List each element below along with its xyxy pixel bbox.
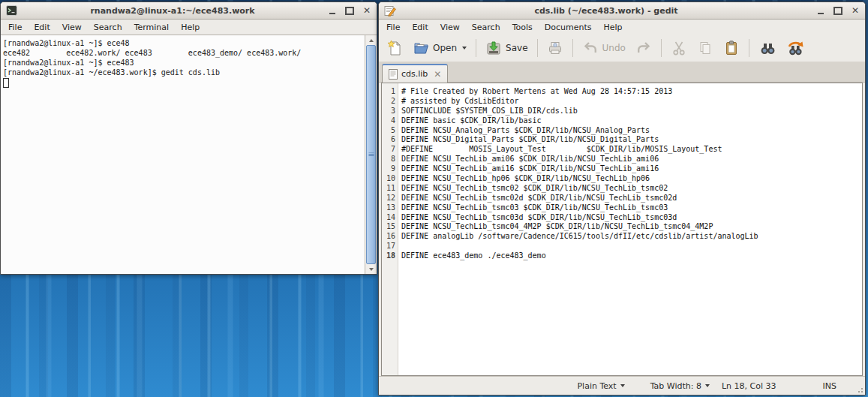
code-line: DEFINE NCSU_Digital_Parts $CDK_DIR/lib/N… xyxy=(401,135,862,145)
line-number-gutter: 123456789101112131415161718 xyxy=(382,83,398,375)
document-icon xyxy=(389,69,398,80)
text-content[interactable]: # File Created by Robert Mertens at Wed … xyxy=(398,83,862,375)
gedit-menu-item[interactable]: File xyxy=(380,21,406,34)
terminal-cursor xyxy=(3,78,9,88)
tab-close-icon[interactable]: ✕ xyxy=(434,69,441,80)
code-line: # File Created by Robert Mertens at Wed … xyxy=(401,87,862,97)
line-number: 13 xyxy=(385,203,395,213)
line-number: 7 xyxy=(385,145,395,155)
gedit-menubar: FileEditViewSearchToolsDocumentsHelp xyxy=(379,20,865,35)
redo-button[interactable] xyxy=(631,38,656,59)
line-number: 12 xyxy=(385,194,395,203)
code-line: DEFINE ece483_demo ./ece483_demo xyxy=(401,251,862,261)
terminal-menu-item[interactable]: Edit xyxy=(28,21,56,34)
chevron-down-icon xyxy=(705,384,710,387)
line-number: 16 xyxy=(385,232,395,242)
line-number: 14 xyxy=(385,213,395,223)
find-and-replace-icon xyxy=(786,40,804,56)
language-selector[interactable]: Plain Text xyxy=(577,381,624,391)
scrollbar-thumb[interactable] xyxy=(366,45,376,264)
find-button[interactable] xyxy=(754,38,781,59)
scroll-up-button[interactable] xyxy=(365,35,377,45)
code-line: DEFINE NCSU_TechLib_tsmc04_4M2P $CDK_DIR… xyxy=(401,222,862,232)
open-button[interactable]: Open xyxy=(408,38,471,59)
code-line xyxy=(401,242,862,251)
line-number: 6 xyxy=(385,135,395,145)
close-button[interactable]: ✕ xyxy=(851,5,860,16)
gedit-statusbar: Plain Text Tab Width: 8 Ln 18, Col 33 IN… xyxy=(379,376,865,395)
terminal-output: [rnandwa2@linux-a1 ~]$ ece48ece482 ece48… xyxy=(1,35,377,77)
code-line: DEFINE NCSU_TechLib_tsmc02 $CDK_DIR/lib/… xyxy=(401,184,862,194)
code-line: DEFINE analogLib /software/Cadence/IC615… xyxy=(401,232,862,242)
gedit-menu-item[interactable]: Search xyxy=(466,21,506,34)
gedit-toolbar: Open Save Undo xyxy=(379,35,865,62)
chevron-down-icon xyxy=(620,384,625,387)
terminal-screen[interactable]: [rnandwa2@linux-a1 ~]$ ece48ece482 ece48… xyxy=(1,35,377,274)
scroll-down-button[interactable] xyxy=(365,264,377,274)
find-and-replace-button[interactable] xyxy=(782,38,809,59)
terminal-line: [rnandwa2@linux-a1 ~]$ ece48 xyxy=(3,38,363,48)
toolbar-separator xyxy=(537,39,538,57)
line-number: 9 xyxy=(385,164,395,174)
copy-icon xyxy=(697,40,713,56)
print-icon xyxy=(547,40,563,56)
terminal-menu-item[interactable]: Search xyxy=(88,21,128,34)
undo-button[interactable]: Undo xyxy=(578,38,630,59)
gedit-titlebar[interactable]: cds.lib (~/ece483.work) - gedit ✕ xyxy=(379,2,865,20)
tab-cds-lib[interactable]: cds.lib ✕ xyxy=(382,64,448,83)
redo-icon xyxy=(635,40,652,56)
gedit-menu-item[interactable]: Help xyxy=(597,21,628,34)
tab-width-selector[interactable]: Tab Width: 8 xyxy=(650,381,710,391)
undo-button-label: Undo xyxy=(602,43,626,53)
close-button[interactable]: ✕ xyxy=(362,5,371,16)
line-number: 11 xyxy=(385,184,395,194)
code-line: DEFINE NCSU_TechLib_tsmc02d $CDK_DIR/lib… xyxy=(401,194,862,203)
gedit-menu-item[interactable]: Documents xyxy=(539,21,598,34)
code-line: DEFINE NCSU_TechLib_tsmc03d $CDK_DIR/lib… xyxy=(401,213,862,223)
terminal-menu-item[interactable]: File xyxy=(2,21,28,34)
open-folder-icon xyxy=(413,40,429,56)
terminal-line: ece482 ece482.work/ ece483 ece483_demo/ … xyxy=(3,48,363,58)
save-button[interactable]: Save xyxy=(481,38,532,59)
line-number: 5 xyxy=(385,126,395,136)
toolbar-separator xyxy=(476,39,476,57)
gedit-menu-item[interactable]: Edit xyxy=(406,21,434,34)
gedit-menu-item[interactable]: Tools xyxy=(506,21,539,34)
cursor-position: Ln 18, Col 33 xyxy=(722,381,776,391)
line-number: 10 xyxy=(385,174,395,184)
new-document-button[interactable] xyxy=(382,38,407,59)
terminal-window-title: rnandwa2@linux-a1:~/ece483.work xyxy=(22,6,323,16)
code-line: SOFTINCLUDE $SYSTEM_CDS_LIB_DIR/cds.lib xyxy=(401,107,862,116)
open-dropdown-icon[interactable] xyxy=(462,47,467,50)
terminal-app-icon xyxy=(6,5,17,16)
cut-button[interactable] xyxy=(666,38,692,59)
code-line: DEFINE basic $CDK_DIR/lib/basic xyxy=(401,116,862,126)
editor-area[interactable]: 123456789101112131415161718 # File Creat… xyxy=(381,83,863,376)
terminal-menu-item[interactable]: Terminal xyxy=(128,21,176,34)
copy-button[interactable] xyxy=(692,38,718,59)
paste-button[interactable] xyxy=(719,38,744,59)
tab-width-label: Tab Width: 8 xyxy=(650,381,701,391)
terminal-menu-item[interactable]: Help xyxy=(175,21,206,34)
desktop: rnandwa2@linux-a1:~/ece483.work ✕ FileEd… xyxy=(0,0,868,397)
gedit-menu-item[interactable]: View xyxy=(434,21,466,34)
tab-bar: cds.lib ✕ xyxy=(379,62,865,83)
minimize-button[interactable] xyxy=(816,5,825,16)
undo-icon xyxy=(582,40,599,56)
terminal-line: [rnandwa2@linux-a1 ~/ece483.work]$ gedit… xyxy=(3,68,363,77)
paste-icon xyxy=(723,40,740,56)
code-line: DEFINE NCSU_TechLib_tsmc03 $CDK_DIR/lib/… xyxy=(401,203,862,213)
terminal-line: [rnandwa2@linux-a1 ~]$ ece483 xyxy=(3,58,363,68)
terminal-titlebar[interactable]: rnandwa2@linux-a1:~/ece483.work ✕ xyxy=(1,2,377,20)
scrollbar-grip-icon xyxy=(368,153,374,157)
terminal-menu-item[interactable]: View xyxy=(56,21,88,34)
minimize-button[interactable] xyxy=(328,5,337,16)
resize-grip[interactable] xyxy=(857,386,863,392)
print-button[interactable] xyxy=(542,38,568,59)
maximize-button[interactable] xyxy=(345,5,354,16)
line-number: 1 xyxy=(385,87,395,97)
language-label: Plain Text xyxy=(577,381,616,391)
maximize-button[interactable] xyxy=(833,5,842,16)
tab-label: cds.lib xyxy=(401,69,428,79)
terminal-scrollbar[interactable] xyxy=(365,35,377,274)
